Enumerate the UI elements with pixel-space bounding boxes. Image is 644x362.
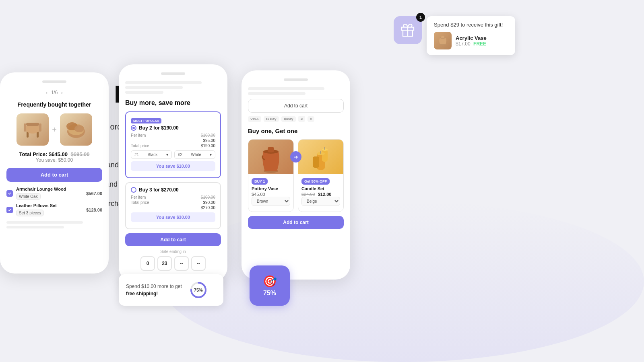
svg-rect-16 bbox=[268, 147, 274, 152]
product-1-name: Armchair Lounge Wood bbox=[16, 187, 83, 191]
goal-target-icon: 🎯 bbox=[263, 275, 277, 288]
variant-1-label: #1 bbox=[134, 152, 139, 157]
svg-rect-2 bbox=[441, 36, 444, 38]
bottom-gray-lines bbox=[6, 221, 102, 228]
svg-rect-9 bbox=[26, 123, 39, 126]
phone-notch-2 bbox=[161, 72, 185, 75]
tier-card-1[interactable]: MOST POPULAR Buy 2 for $190.00 Per item … bbox=[125, 111, 221, 178]
nav-arrow-right[interactable]: › bbox=[61, 89, 63, 96]
tier-1-deal-text: Buy 2 for $190.00 bbox=[139, 125, 179, 131]
gpay-icon: G Pay bbox=[264, 116, 279, 122]
product-row-2: Leather Pillows Set Set 3 pieces $128.00 bbox=[6, 203, 102, 216]
tier-2-per-item-val: $90.00 bbox=[203, 200, 215, 205]
bogo-outline-add-to-cart[interactable]: Add to cart bbox=[248, 99, 344, 113]
fbt-product-1-img bbox=[17, 113, 49, 146]
product-1-variant-row: White Oak bbox=[16, 193, 83, 200]
tier-1-save-badge: You save $10.00 bbox=[131, 161, 215, 171]
bogo-arrow-icon: ➜ bbox=[290, 151, 301, 162]
product-2-info: Leather Pillows Set Set 3 pieces bbox=[16, 203, 83, 216]
fbt-product-2-img bbox=[60, 113, 92, 146]
tier-1-radio[interactable] bbox=[131, 125, 136, 131]
tier-2-orig-price: $100.00 bbox=[201, 195, 215, 200]
fbt-products-row: + bbox=[6, 113, 102, 146]
timer-hours: 0 bbox=[140, 256, 155, 271]
bogo-product-2-img bbox=[298, 140, 343, 174]
more-pay-icon: ≡ bbox=[308, 116, 314, 122]
most-popular-badge: MOST POPULAR bbox=[131, 118, 161, 123]
tier-1-variant-2[interactable]: #2 White ▾ bbox=[174, 150, 215, 159]
apay-icon: ⊕Pay bbox=[281, 116, 296, 122]
svg-rect-7 bbox=[24, 123, 26, 132]
tier-1-orig-price: $100.00 bbox=[201, 133, 215, 138]
bogo-g-line-1 bbox=[248, 87, 324, 90]
bogo-top-gray-lines bbox=[248, 87, 344, 95]
product-1-variant-select[interactable]: White Oak bbox=[16, 193, 41, 200]
bogo-product-1-price: $45.00 bbox=[252, 192, 290, 197]
phone-nav-1: ‹ 1/6 › bbox=[6, 89, 102, 96]
gray-header-lines bbox=[125, 81, 221, 94]
get50-badge: Get 50% OFF bbox=[301, 178, 330, 185]
gift-product-price: $17.00 bbox=[456, 41, 471, 47]
fbt-add-to-cart-button[interactable]: Add to cart bbox=[6, 168, 102, 182]
tier-2-save-badge: You save $30.00 bbox=[131, 212, 215, 222]
product-2-variant-row: Set 3 pieces bbox=[16, 210, 83, 216]
fbt-pricing: Total Price: $645.00 $695.00 You save: $… bbox=[6, 151, 102, 163]
bogo-add-to-cart-button[interactable]: Add to cart bbox=[248, 216, 344, 229]
nav-arrow-left[interactable]: ‹ bbox=[46, 89, 48, 96]
phone-notch-1 bbox=[42, 80, 66, 83]
phone-3-mockup: Add to cart VISA G Pay ⊕Pay 𝒶 ≡ Buy one,… bbox=[242, 70, 350, 280]
background-blob bbox=[161, 201, 644, 362]
shipping-progress-circle: 75% bbox=[188, 280, 208, 300]
bogo-product-1-card: BUY 1 Pottery Vase $45.00 Brown bbox=[248, 139, 294, 212]
shipping-message: Spend $10.00 more to get bbox=[126, 284, 182, 289]
bogo-g-line-2 bbox=[248, 92, 305, 95]
shipping-text: Spend $10.00 more to get free shipping! bbox=[126, 283, 182, 297]
product-checkbox-1[interactable] bbox=[6, 190, 13, 197]
g-line-2 bbox=[125, 86, 183, 89]
bogo-product-1-details: BUY 1 Pottery Vase $45.00 Brown bbox=[248, 174, 293, 212]
bogo-product-2-price: $24.00 $12.00 bbox=[301, 192, 340, 197]
product-1-info: Armchair Lounge Wood White Oak bbox=[16, 187, 83, 200]
bogo-title: Buy one, Get one bbox=[248, 128, 344, 134]
tier-card-2[interactable]: Buy 3 for $270.00 Per item $100.00 Total… bbox=[125, 182, 221, 229]
nav-page-indicator: 1/6 bbox=[51, 90, 58, 95]
timer-sep-2: -- bbox=[191, 256, 206, 271]
tier-1-variant-1[interactable]: #1 Black ▾ bbox=[131, 150, 172, 159]
free-shipping-popup: Spend $10.00 more to get free shipping! … bbox=[119, 274, 223, 306]
vase-icon bbox=[437, 35, 449, 47]
tier-2-radio[interactable] bbox=[131, 187, 136, 193]
amazon-icon: 𝒶 bbox=[298, 116, 305, 122]
tier-1-per-item-row: Per item $100.00 bbox=[131, 133, 215, 138]
pottery-vase-illustration bbox=[257, 140, 285, 174]
fbt-title: Frequently bought together bbox=[6, 101, 102, 108]
bmsm-title: Buy more, save more bbox=[125, 99, 221, 107]
timer-sep-1: -- bbox=[174, 256, 189, 271]
tier-1-variants: #1 Black ▾ #2 White ▾ bbox=[131, 150, 215, 159]
product-2-variant-select[interactable]: Set 3 pieces bbox=[16, 210, 44, 216]
phone-notch-3 bbox=[284, 78, 308, 81]
bogo-product-2-card: Get 50% OFF Candle Set $24.00 $12.00 Bei… bbox=[298, 139, 344, 212]
gift-spend-message: Spend $29 to receive this gift! bbox=[434, 22, 508, 28]
fbt-plus-sign: + bbox=[52, 125, 57, 134]
gift-product-image bbox=[434, 32, 452, 49]
tier-2-per-item-value-row: Total price $90.00 bbox=[131, 200, 215, 205]
fbt-savings: You save: $50.00 bbox=[6, 157, 102, 163]
goal-popup: 🎯 75% bbox=[250, 265, 290, 306]
gift-badge-container: 1 bbox=[394, 16, 422, 44]
gift-card: Spend $29 to receive this gift! Acrylic … bbox=[427, 16, 515, 55]
gift-product-info: Acrylic Vase $17.00 FREE bbox=[456, 35, 487, 47]
candle-set-illustration bbox=[307, 140, 335, 174]
product-2-name: Leather Pillows Set bbox=[16, 203, 83, 208]
tier-1-per-item-val: $95.00 bbox=[203, 138, 215, 143]
phone-2-mockup: Buy more, save more MOST POPULAR Buy 2 f… bbox=[119, 64, 227, 282]
bmsm-add-to-cart-button[interactable]: Add to cart bbox=[125, 233, 221, 246]
bogo-product-2-variant-select[interactable]: Beige bbox=[301, 197, 340, 206]
visa-icon: VISA bbox=[248, 116, 261, 122]
bogo-product-1-variant-select[interactable]: Brown bbox=[252, 197, 290, 206]
sale-ending-label: Sale ending in bbox=[125, 249, 221, 254]
bogo-product-2-details: Get 50% OFF Candle Set $24.00 $12.00 Bei… bbox=[298, 174, 343, 212]
tier-1-total-row: Total price $190.00 bbox=[131, 144, 215, 148]
buy1-badge: BUY 1 bbox=[252, 178, 268, 185]
product-checkbox-2[interactable] bbox=[6, 207, 13, 213]
timer-minutes: 23 bbox=[157, 256, 172, 271]
